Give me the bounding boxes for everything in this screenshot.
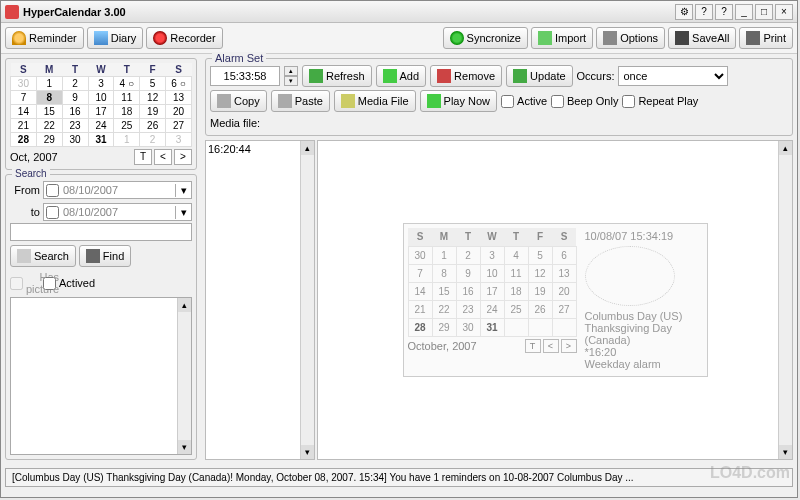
find-button[interactable]: Find <box>79 245 131 267</box>
calendar-day[interactable]: 16 <box>456 282 480 300</box>
next-month-button[interactable]: > <box>174 149 192 165</box>
preview-prev-button[interactable]: < <box>543 339 559 353</box>
scrollbar[interactable]: ▴▾ <box>778 141 792 459</box>
actived-checkbox[interactable]: Actived <box>43 277 73 290</box>
reminder-button[interactable]: Reminder <box>5 27 84 49</box>
calendar-day[interactable]: 31 <box>88 133 114 147</box>
calendar-day[interactable]: 23 <box>456 300 480 318</box>
from-date-checkbox[interactable] <box>46 184 59 197</box>
calendar-day[interactable]: 3 <box>88 77 114 91</box>
beep-only-checkbox[interactable]: Beep Only <box>551 95 618 108</box>
calendar-day[interactable]: 22 <box>432 300 456 318</box>
maximize-button[interactable]: □ <box>755 4 773 20</box>
occurs-select[interactable]: once <box>618 66 728 86</box>
calendar-day[interactable]: 15 <box>432 282 456 300</box>
recorder-button[interactable]: Recorder <box>146 27 222 49</box>
calendar-day[interactable]: 18 <box>504 282 528 300</box>
calendar-day[interactable]: 31 <box>480 318 504 336</box>
scrollbar[interactable]: ▴▾ <box>177 298 191 454</box>
calendar-day[interactable]: 5 <box>528 246 552 264</box>
calendar-day[interactable]: 2 <box>140 133 166 147</box>
repeat-play-checkbox[interactable]: Repeat Play <box>622 95 698 108</box>
paste-button[interactable]: Paste <box>271 90 330 112</box>
calendar-day[interactable]: 20 <box>552 282 576 300</box>
time-spinner[interactable]: ▴▾ <box>284 66 298 86</box>
calendar-day[interactable]: 28 <box>408 318 432 336</box>
calendar-day[interactable]: 18 <box>114 105 140 119</box>
calendar-day[interactable]: 2 <box>456 246 480 264</box>
calendar-day[interactable]: 19 <box>140 105 166 119</box>
spinner-down-icon[interactable]: ▾ <box>284 76 298 86</box>
calendar-day[interactable]: 25 <box>504 300 528 318</box>
to-date-input[interactable]: 08/10/2007▾ <box>43 203 192 221</box>
help-button[interactable]: ? <box>715 4 733 20</box>
calendar-day[interactable] <box>504 318 528 336</box>
calendar-day[interactable]: 11 <box>504 264 528 282</box>
calendar-day[interactable]: 14 <box>11 105 37 119</box>
spinner-up-icon[interactable]: ▴ <box>284 66 298 76</box>
scroll-up-icon[interactable]: ▴ <box>779 141 792 155</box>
calendar-day[interactable]: 23 <box>62 119 88 133</box>
import-button[interactable]: Import <box>531 27 593 49</box>
scrollbar[interactable]: ▴▾ <box>300 141 314 459</box>
saveall-button[interactable]: SaveAll <box>668 27 736 49</box>
calendar-day[interactable]: 9 <box>62 91 88 105</box>
copy-button[interactable]: Copy <box>210 90 267 112</box>
calendar-day[interactable]: 1 <box>114 133 140 147</box>
scroll-down-icon[interactable]: ▾ <box>779 445 792 459</box>
calendar-day[interactable]: 7 <box>408 264 432 282</box>
calendar-day[interactable]: 21 <box>408 300 432 318</box>
calendar-day[interactable]: 13 <box>552 264 576 282</box>
calendar-day[interactable]: 26 <box>140 119 166 133</box>
preview-next-button[interactable]: > <box>561 339 577 353</box>
calendar-day[interactable]: 5 <box>140 77 166 91</box>
calendar-day[interactable]: 3 <box>166 133 192 147</box>
titlebar-button-2[interactable]: ? <box>695 4 713 20</box>
calendar-day[interactable]: 1 <box>36 77 62 91</box>
has-picture-checkbox[interactable]: Has picture <box>10 271 40 295</box>
calendar-day[interactable] <box>552 318 576 336</box>
calendar-day[interactable]: 24 <box>88 119 114 133</box>
scroll-up-icon[interactable]: ▴ <box>178 298 191 312</box>
calendar-day[interactable]: 19 <box>528 282 552 300</box>
calendar-day[interactable]: 10 <box>480 264 504 282</box>
play-now-button[interactable]: Play Now <box>420 90 497 112</box>
to-date-checkbox[interactable] <box>46 206 59 219</box>
update-button[interactable]: Update <box>506 65 572 87</box>
scroll-down-icon[interactable]: ▾ <box>301 445 314 459</box>
chevron-down-icon[interactable]: ▾ <box>175 184 191 197</box>
calendar-day[interactable]: 28 <box>11 133 37 147</box>
calendar-day[interactable]: 1 <box>432 246 456 264</box>
calendar-day[interactable]: 20 <box>166 105 192 119</box>
calendar-day[interactable]: 17 <box>88 105 114 119</box>
calendar-day[interactable]: 6 ○ <box>166 77 192 91</box>
search-button[interactable]: Search <box>10 245 76 267</box>
prev-month-button[interactable]: < <box>154 149 172 165</box>
calendar-day[interactable]: 21 <box>11 119 37 133</box>
calendar-day[interactable]: 30 <box>62 133 88 147</box>
calendar-day[interactable]: 26 <box>528 300 552 318</box>
calendar-day[interactable]: 10 <box>88 91 114 105</box>
active-checkbox[interactable]: Active <box>501 95 547 108</box>
calendar-day[interactable]: 17 <box>480 282 504 300</box>
close-button[interactable]: × <box>775 4 793 20</box>
calendar-day[interactable]: 8 <box>432 264 456 282</box>
calendar-day[interactable]: 29 <box>432 318 456 336</box>
alarm-time-input[interactable]: 15:33:58 <box>210 66 280 86</box>
calendar-day[interactable]: 27 <box>552 300 576 318</box>
calendar-day[interactable]: 16 <box>62 105 88 119</box>
calendar-day[interactable]: 30 <box>408 246 432 264</box>
calendar-day[interactable]: 29 <box>36 133 62 147</box>
calendar-day[interactable]: 22 <box>36 119 62 133</box>
minimize-button[interactable]: _ <box>735 4 753 20</box>
print-button[interactable]: Print <box>739 27 793 49</box>
calendar-day[interactable]: 12 <box>140 91 166 105</box>
today-button[interactable]: T <box>134 149 152 165</box>
calendar-day[interactable]: 8 <box>36 91 62 105</box>
options-button[interactable]: Options <box>596 27 665 49</box>
calendar-day[interactable]: 30 <box>456 318 480 336</box>
calendar-day[interactable]: 24 <box>480 300 504 318</box>
from-date-input[interactable]: 08/10/2007▾ <box>43 181 192 199</box>
media-file-button[interactable]: Media File <box>334 90 416 112</box>
calendar-day[interactable]: 14 <box>408 282 432 300</box>
